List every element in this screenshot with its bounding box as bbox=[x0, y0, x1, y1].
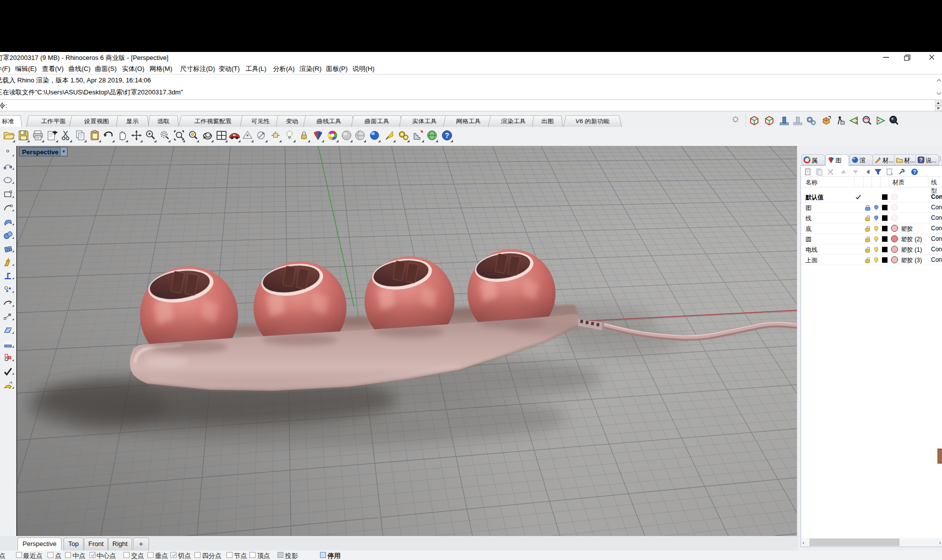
svg-text:?: ? bbox=[920, 157, 922, 163]
svg-text:?: ? bbox=[913, 169, 916, 175]
svg-text:?: ? bbox=[445, 131, 450, 139]
